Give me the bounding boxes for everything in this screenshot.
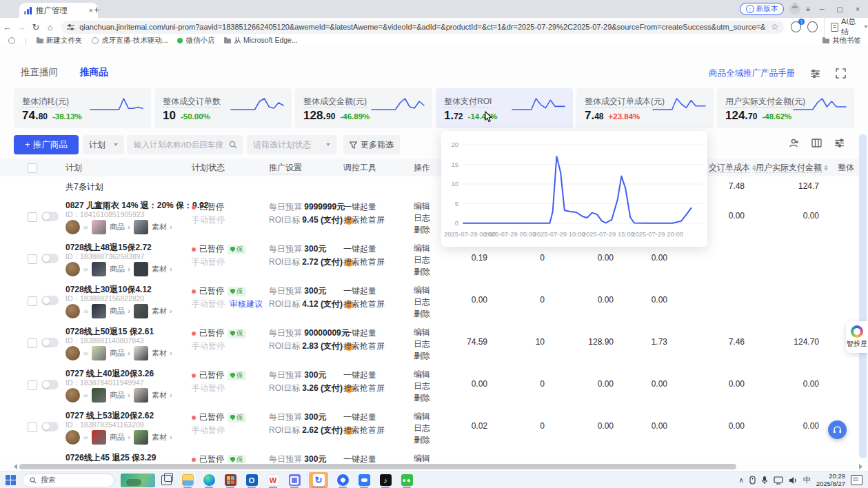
ime-indicator[interactable]: 中: [803, 475, 811, 485]
reader-extension-icon[interactable]: [8, 37, 15, 44]
select-all-checkbox[interactable]: [28, 163, 37, 173]
log-action[interactable]: 日志: [414, 423, 430, 434]
row-enable-toggle[interactable]: [41, 380, 59, 389]
row-enable-toggle[interactable]: [41, 338, 59, 347]
material-thumbnail[interactable]: [134, 346, 148, 360]
plan-status-select[interactable]: 请筛选计划状态: [247, 135, 336, 154]
edit-action[interactable]: 编辑: [414, 285, 430, 296]
tab-products[interactable]: 推商品: [80, 66, 108, 79]
plan-type-select[interactable]: 计划: [83, 135, 124, 154]
ai-summary-button[interactable]: AI总结: [824, 17, 868, 37]
im-app-icon[interactable]: [287, 472, 301, 488]
wechat-icon[interactable]: ●●: [400, 472, 414, 488]
delete-action[interactable]: 删除: [414, 266, 430, 278]
product-thumbnail[interactable]: [92, 388, 106, 403]
microphone-icon[interactable]: [761, 476, 768, 485]
delete-action[interactable]: 删除: [414, 224, 430, 236]
delete-action[interactable]: 删除: [414, 308, 430, 320]
forward-icon[interactable]: →: [14, 22, 29, 32]
row-checkbox[interactable]: [28, 212, 37, 222]
tool-boost-link[interactable]: 一键起量: [343, 411, 376, 423]
home-icon[interactable]: ⌂: [43, 22, 57, 32]
product-link[interactable]: 商品 ›: [110, 264, 130, 274]
tool-boost-link[interactable]: 一键起量: [343, 369, 376, 381]
audience-user-icon[interactable]: [789, 138, 799, 148]
stat-card-2[interactable]: 整体成交订单数10-50.00%: [154, 88, 292, 128]
row-enable-toggle[interactable]: [41, 254, 59, 263]
bookmark-item[interactable]: 新建文件夹: [37, 36, 83, 45]
product-link[interactable]: 商品 ›: [110, 348, 130, 358]
product-link[interactable]: 商品 ›: [110, 306, 130, 316]
window-close-button[interactable]: ×: [851, 6, 864, 13]
sort-icon[interactable]: [824, 165, 828, 171]
tab-live-room[interactable]: 推直播间: [21, 66, 58, 79]
new-tab-button[interactable]: +: [94, 5, 99, 14]
back-icon[interactable]: ←: [0, 22, 14, 32]
plan-search-input[interactable]: [132, 140, 225, 150]
material-link[interactable]: 素材 ›: [152, 222, 172, 232]
tool-search-link[interactable]: 搜索抢首屏: [343, 383, 385, 394]
more-filters-button[interactable]: 更多筛选: [343, 135, 400, 154]
log-action[interactable]: 日志: [414, 296, 430, 308]
site-settings-icon[interactable]: [67, 23, 74, 31]
material-thumbnail[interactable]: [134, 220, 148, 234]
tray-chevron-up-icon[interactable]: ∧: [738, 476, 743, 484]
edit-action[interactable]: 编辑: [414, 369, 430, 380]
product-link[interactable]: 商品 ›: [110, 390, 130, 400]
product-thumbnail[interactable]: [92, 262, 106, 276]
custom-columns-icon[interactable]: [811, 138, 822, 148]
edit-action[interactable]: 编辑: [414, 201, 430, 212]
stat-card-4[interactable]: 整体支付ROI1.72-14.43%: [436, 88, 573, 128]
extension-icon[interactable]: 1: [791, 21, 801, 32]
plan-name[interactable]: 0726线上45 退25 保3.29: [65, 452, 156, 463]
product-link[interactable]: 商品 ›: [110, 222, 130, 232]
customer-service-button[interactable]: [828, 420, 847, 439]
volume-icon[interactable]: [789, 476, 798, 485]
log-action[interactable]: 日志: [414, 254, 430, 266]
tool-search-link[interactable]: 搜索抢首屏: [343, 425, 385, 436]
column-header-user-paid[interactable]: 用户实际支付金额: [756, 162, 828, 174]
tool-boost-link[interactable]: 一键起量: [343, 285, 376, 297]
taskbar-clock[interactable]: 20:292025/8/27: [816, 473, 845, 487]
edit-action[interactable]: 编辑: [414, 327, 430, 338]
netdisk-icon[interactable]: [357, 472, 371, 488]
blue-circle-app-icon[interactable]: [336, 472, 350, 488]
task-view-icon[interactable]: [161, 475, 172, 485]
tool-boost-link[interactable]: 一键起量: [343, 327, 376, 339]
fullscreen-icon[interactable]: [836, 68, 846, 79]
stat-card-1[interactable]: 整体消耗(元)74.80-38.13%: [14, 88, 151, 128]
material-link[interactable]: 素材 ›: [152, 348, 172, 358]
review-suggestion-link[interactable]: 审核建议: [230, 298, 263, 310]
log-action[interactable]: 日志: [414, 380, 430, 392]
extensions-menu-icon[interactable]: [807, 21, 818, 32]
product-manual-link[interactable]: 商品全域推广产品手册: [709, 68, 795, 79]
log-action[interactable]: 日志: [414, 338, 430, 350]
product-thumbnail[interactable]: [92, 430, 106, 445]
promote-product-button[interactable]: +推广商品: [14, 135, 79, 154]
table-settings-icon[interactable]: [834, 138, 845, 148]
tool-search-link[interactable]: 搜索抢首屏: [343, 214, 385, 226]
tool-search-link[interactable]: 搜索抢首屏: [343, 298, 385, 310]
material-thumbnail[interactable]: [134, 262, 148, 276]
scroll-left-icon[interactable]: [14, 464, 17, 469]
material-link[interactable]: 素材 ›: [152, 264, 172, 274]
plan-search-box[interactable]: [127, 135, 243, 154]
delete-action[interactable]: 删除: [414, 434, 430, 446]
network-display-icon[interactable]: [774, 476, 783, 485]
tool-boost-link[interactable]: 一键起量: [343, 243, 376, 255]
url-text[interactable]: qianchuan.jinritemai.com/uni-prom?aavid=…: [79, 23, 766, 31]
url-bar[interactable]: qianchuan.jinritemai.com/uni-prom?aavid=…: [61, 21, 784, 34]
delete-action[interactable]: 删除: [414, 392, 430, 404]
stat-card-3[interactable]: 整体成交金额(元)128.90-46.89%: [295, 88, 432, 128]
notification-center-icon[interactable]: [851, 475, 862, 485]
file-explorer-icon[interactable]: [181, 472, 194, 488]
log-action[interactable]: 日志: [414, 212, 430, 224]
reload-icon[interactable]: ↻: [29, 22, 43, 32]
taskbar-search-box[interactable]: 搜索: [22, 474, 114, 487]
material-thumbnail[interactable]: [134, 388, 148, 403]
tool-search-link[interactable]: 搜索抢首屏: [343, 340, 385, 352]
edit-action[interactable]: 编辑: [414, 243, 430, 254]
stat-card-6[interactable]: 用户实际支付金额(元)124.70-48.62%: [717, 88, 854, 128]
vertical-scrollbar[interactable]: [859, 134, 867, 458]
row-checkbox[interactable]: [28, 380, 37, 390]
